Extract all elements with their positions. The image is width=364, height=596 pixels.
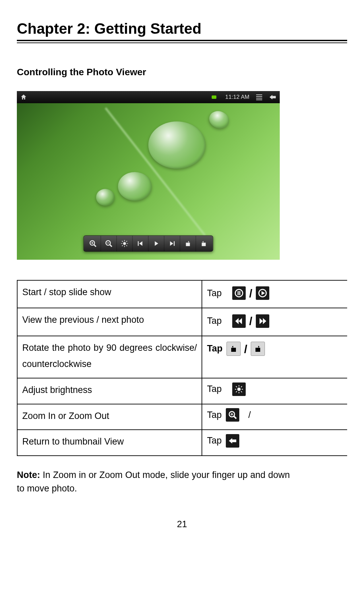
table-row: Zoom In or Zoom Out Tap / — [17, 404, 347, 430]
table-row: Rotate the photo by 90 degrees clockwise… — [17, 336, 347, 378]
back-icon — [226, 434, 239, 448]
page-number: 21 — [17, 519, 347, 530]
next-icon — [164, 236, 180, 251]
control-action: Tap / — [202, 308, 347, 336]
rotate-ccw-icon — [251, 342, 265, 356]
controls-table: Start / stop slide show Tap / View the p… — [17, 280, 347, 456]
play-icon — [149, 236, 164, 251]
status-time: 11:12 AM — [225, 94, 249, 101]
previous-icon — [133, 236, 149, 251]
pause-icon — [232, 286, 246, 300]
control-desc: View the previous / next photo — [17, 308, 202, 336]
rotate-ccw-icon — [180, 236, 196, 251]
brightness-icon — [232, 382, 246, 396]
photo-toolbar — [84, 235, 213, 252]
control-desc: Return to thumbnail View — [17, 430, 202, 456]
note-text: In Zoom in or Zoom Out mode, slide your … — [17, 470, 290, 494]
control-action: Tap / — [202, 280, 347, 308]
zoom-in-icon — [85, 236, 101, 251]
table-row: Return to thumbnail View Tap — [17, 430, 347, 456]
menu-icon — [256, 93, 262, 101]
chapter-title: Chapter 2: Getting Started — [17, 20, 347, 37]
status-bar: 11:12 AM — [17, 91, 280, 103]
table-row: Adjust brightness Tap — [17, 378, 347, 404]
control-action: Tap — [202, 378, 347, 404]
table-row: View the previous / next photo Tap / — [17, 308, 347, 336]
zoom-in-icon — [226, 408, 239, 422]
next-icon — [256, 314, 269, 328]
table-row: Start / stop slide show Tap / — [17, 280, 347, 308]
back-icon — [269, 93, 276, 101]
battery-icon — [212, 95, 218, 99]
zoom-out-icon — [101, 236, 117, 251]
control-desc: Adjust brightness — [17, 378, 202, 404]
control-desc: Zoom In or Zoom Out — [17, 404, 202, 430]
note-paragraph: Note: In Zoom in or Zoom Out mode, slide… — [17, 468, 290, 495]
play-icon — [256, 286, 269, 300]
rotate-cw-icon — [226, 342, 241, 356]
control-action: Tap — [202, 430, 347, 456]
section-title: Controlling the Photo Viewer — [17, 67, 347, 78]
control-desc: Start / stop slide show — [17, 280, 202, 308]
brightness-icon — [117, 236, 133, 251]
photo-viewer-screenshot: 11:12 AM — [17, 91, 280, 260]
previous-icon — [232, 314, 246, 328]
control-desc: Rotate the photo by 90 degrees clockwise… — [17, 336, 202, 378]
control-action: Tap / — [202, 404, 347, 430]
heading-rule — [17, 40, 347, 43]
note-label: Note: — [17, 470, 40, 480]
control-action: Tap / — [202, 336, 347, 378]
rotate-cw-icon — [196, 236, 212, 251]
home-icon — [20, 94, 27, 101]
